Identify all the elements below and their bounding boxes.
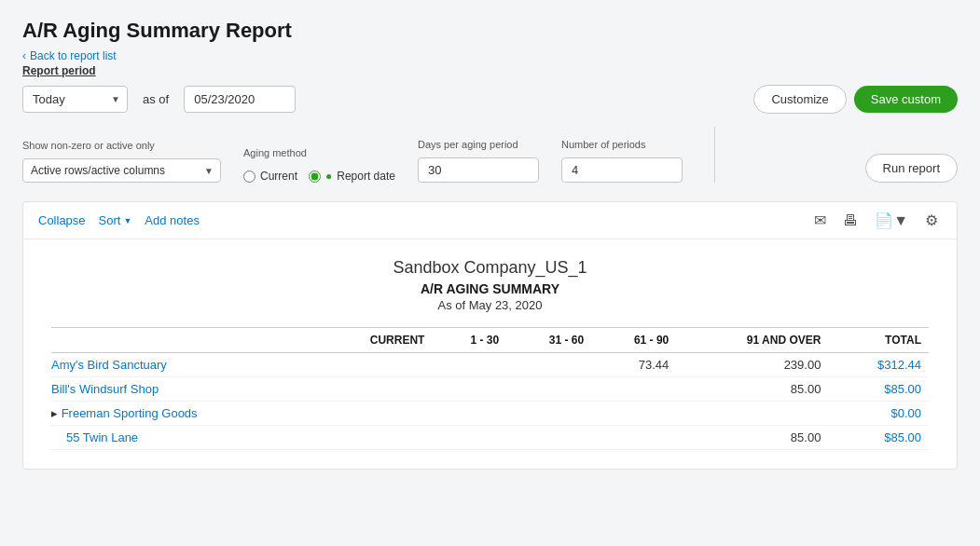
back-link[interactable]: ‹ Back to report list [22,49,117,62]
period-select-wrapper: Today Yesterday This Week This Month Thi… [22,86,128,113]
row-total-cell: $85.00 [828,377,929,402]
aging-current-radio[interactable] [243,171,255,183]
period-select[interactable]: Today Yesterday This Week This Month Thi… [22,86,128,113]
row-name-link[interactable]: 55 Twin Lane [66,430,138,444]
run-report-button[interactable]: Run report [865,154,958,183]
row-name-cell: 55 Twin Lane [51,426,313,450]
aging-method-label: Aging method [243,147,395,158]
report-toolbar-left: Collapse Sort ▼ Add notes [38,212,200,229]
sort-button[interactable]: Sort ▼ [99,212,132,229]
row-d61_90-cell [591,402,676,426]
table-row: Amy's Bird Sanctuary73.44239.00$312.44 [51,353,929,377]
periods-input[interactable] [561,157,683,183]
collapse-button[interactable]: Collapse [38,212,86,229]
report-toolbar-right: ✉ 🖶 📄▼ ⚙ [810,210,942,231]
row-d31_60-cell [506,377,591,402]
show-select-wrapper: Active rows/active columns Non-zero rows… [22,158,221,183]
col-header-61-90: 61 - 90 [591,328,676,353]
row-d1_30-cell [432,353,506,377]
row-current-cell [313,353,432,377]
periods-label: Number of periods [561,139,683,150]
row-total-cell: $85.00 [828,426,929,450]
report-container: Collapse Sort ▼ Add notes ✉ 🖶 📄▼ ⚙ Sandb… [22,201,958,470]
col-header-total: TOTAL [828,328,929,353]
row-d31_60-cell [506,353,591,377]
aging-method-options: Current ● Report date [243,170,395,183]
row-d1_30-cell [432,402,506,426]
export-icon-button[interactable]: 📄▼ [871,210,912,231]
row-name-link[interactable]: Amy's Bird Sanctuary [51,358,167,372]
report-period-label: Report period [22,64,958,77]
report-content: Sandbox Company_US_1 A/R AGING SUMMARY A… [23,239,957,469]
days-option-group: Days per aging period [418,139,539,183]
report-table: CURRENT 1 - 30 31 - 60 61 - 90 91 AND OV… [51,327,929,450]
row-d61_90-cell: 73.44 [591,353,676,377]
add-notes-button[interactable]: Add notes [145,212,200,229]
row-d31_60-cell [506,402,591,426]
row-total-cell: $312.44 [828,353,929,377]
as-of-date-input[interactable] [184,86,296,113]
row-name-link[interactable]: Freeman Sporting Goods [62,406,198,420]
as-of-label: as of [143,92,169,106]
table-header-row: CURRENT 1 - 30 31 - 60 61 - 90 91 AND OV… [51,328,929,353]
row-current-cell [313,402,432,426]
table-row: Bill's Windsurf Shop85.00$85.00 [51,377,929,402]
row-d1_30-cell [432,426,506,450]
show-option-group: Show non-zero or active only Active rows… [22,140,221,183]
row-name-cell: ▸ Freeman Sporting Goods [51,402,313,426]
row-d91_over-cell: 85.00 [676,377,828,402]
row-d31_60-cell [506,426,591,450]
days-label: Days per aging period [418,139,539,150]
toolbar-left: Today Yesterday This Week This Month Thi… [22,86,296,113]
toolbar-right: Customize Save custom [753,85,958,114]
row-d61_90-cell [591,377,676,402]
report-company-name: Sandbox Company_US_1 [51,258,929,278]
expand-arrow-icon[interactable]: ▸ [51,406,62,420]
row-total-cell: $0.00 [828,402,929,426]
options-divider [714,127,715,183]
row-name-link[interactable]: Bill's Windsurf Shop [51,382,159,396]
row-d91_over-cell: 239.00 [676,353,828,377]
row-name-cell: Bill's Windsurf Shop [51,377,313,402]
options-run-row: Show non-zero or active only Active rows… [22,127,958,183]
aging-current-option[interactable]: Current [243,170,297,183]
settings-icon-button[interactable]: ⚙ [921,210,942,231]
periods-option-group: Number of periods [561,139,683,183]
col-header-31-60: 31 - 60 [506,328,591,353]
page-title: A/R Aging Summary Report [22,19,958,43]
print-icon-button[interactable]: 🖶 [839,211,862,231]
col-header-name [51,328,313,353]
days-input[interactable] [418,157,539,183]
row-d91_over-cell: 85.00 [676,426,828,450]
show-label: Show non-zero or active only [22,140,221,151]
customize-button[interactable]: Customize [753,85,846,114]
save-custom-button[interactable]: Save custom [854,86,958,113]
report-toolbar: Collapse Sort ▼ Add notes ✉ 🖶 📄▼ ⚙ [23,202,957,239]
aging-report-date-radio[interactable] [309,171,321,183]
table-row: 55 Twin Lane85.00$85.00 [51,426,929,450]
row-d61_90-cell [591,426,676,450]
col-header-91-over: 91 AND OVER [676,328,828,353]
row-name-cell: Amy's Bird Sanctuary [51,353,313,377]
row-d91_over-cell [676,402,828,426]
options-left: Show non-zero or active only Active rows… [22,127,725,183]
table-row: ▸ Freeman Sporting Goods$0.00 [51,402,929,426]
report-table-body: Amy's Bird Sanctuary73.44239.00$312.44Bi… [51,353,929,450]
sort-arrow-icon: ▼ [123,216,131,225]
col-header-1-30: 1 - 30 [432,328,506,353]
toolbar-row: Today Yesterday This Week This Month Thi… [22,85,958,114]
row-d1_30-cell [432,377,506,402]
report-date: As of May 23, 2020 [51,298,929,312]
report-title: A/R AGING SUMMARY [51,281,929,296]
row-current-cell [313,377,432,402]
aging-report-date-option[interactable]: ● Report date [309,170,395,183]
show-select[interactable]: Active rows/active columns Non-zero rows… [22,158,221,183]
back-arrow-icon: ‹ [22,49,26,62]
col-header-current: CURRENT [313,328,432,353]
row-current-cell [313,426,432,450]
aging-method-group: Aging method Current ● Report date [243,147,395,183]
email-icon-button[interactable]: ✉ [810,210,830,231]
